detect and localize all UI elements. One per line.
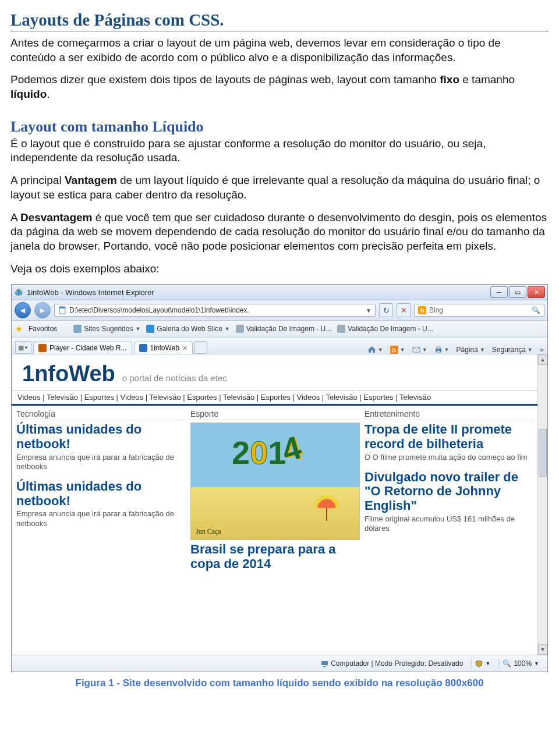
site-icon — [236, 325, 244, 333]
text: e tamanho — [459, 73, 515, 86]
search-box[interactable]: b Bing 🔍 — [414, 304, 544, 317]
paragraph-def: É o layout que é construído para se ajus… — [10, 137, 549, 165]
browser-statusbar: Computador | Modo Protegido: Desativado … — [12, 655, 547, 672]
scroll-up-icon[interactable]: ▲ — [538, 354, 547, 365]
chevron-down-icon: ▼ — [480, 347, 485, 353]
headline-link[interactable]: Brasil se prepara para a copa de 2014 — [190, 542, 359, 571]
feeds-button[interactable]: ▼ — [390, 346, 405, 354]
svg-rect-11 — [323, 666, 326, 667]
more-commands-icon[interactable]: » — [540, 345, 544, 354]
quick-tabs-button[interactable]: ▦ ▼ — [15, 341, 31, 354]
ie-icon — [14, 288, 23, 297]
paragraph-desvantagem: A Desvantagem é que você tem que ser cui… — [10, 211, 549, 254]
zoom-control[interactable]: 🔍 100% ▼ — [498, 658, 543, 669]
site-icon — [73, 325, 82, 333]
text: Podemos dizer que existem dois tipos de … — [10, 73, 440, 86]
site-header: 1nfoWeb o portal de notícias da etec — [12, 354, 537, 390]
vertical-scrollbar[interactable]: ▲ ▼ — [537, 354, 547, 655]
text-bold-liquido: líquido — [10, 88, 47, 100]
page-menu[interactable]: Página ▼ — [457, 346, 485, 354]
chevron-down-icon: ▼ — [534, 661, 539, 666]
column-esporte: Esporte 2014 Jun Caça Brasil se prepara … — [190, 409, 359, 571]
zoom-icon: 🔍 — [503, 659, 511, 668]
article-summary: Empresa anuncia que irá parar a fabricaç… — [16, 453, 185, 472]
fav-text: Validação De Imagem - U... — [348, 325, 433, 333]
menu-label: Página — [457, 346, 478, 354]
fav-link-sites-sugeridos[interactable]: Sites Sugeridos▼ — [73, 325, 140, 333]
chevron-down-icon: ▼ — [400, 347, 405, 353]
page-icon — [58, 306, 66, 314]
menu-label: Segurança — [492, 346, 526, 354]
home-button[interactable]: ▼ — [367, 345, 383, 354]
stop-button[interactable]: ✕ — [397, 303, 411, 317]
paragraph-vantagem: A principal Vantagem de um layout líquid… — [10, 173, 549, 202]
new-tab-button[interactable] — [194, 341, 207, 354]
browser-navbar: ◄ ► D:\etec\Diversos\modelosLayout\model… — [12, 300, 547, 321]
scroll-down-icon[interactable]: ▼ — [538, 644, 547, 655]
tab-label: Player - Cidade Web R... — [49, 344, 127, 352]
fav-link-validacao-1[interactable]: Validação De Imagem - U... — [236, 325, 332, 333]
paragraph-intro: Antes de começarmos a criar o layout de … — [10, 36, 549, 65]
site-nav-strip[interactable]: Videos | Televisão | Esportes | Videos |… — [12, 390, 537, 406]
paragraph-examples: Veja os dois exemplos abaixo: — [10, 262, 549, 276]
back-button[interactable]: ◄ — [15, 302, 31, 318]
text: . — [47, 88, 49, 100]
search-icon[interactable]: 🔍 — [532, 306, 540, 314]
safety-menu[interactable]: Segurança ▼ — [492, 346, 533, 354]
headline-link[interactable]: Últimas unidades do netbook! — [16, 423, 185, 451]
fav-link-validacao-2[interactable]: Validação De Imagem - U... — [337, 325, 433, 333]
chevron-down-icon: ▼ — [225, 326, 230, 332]
command-bar: ▼ ▼ ▼ ▼ Página ▼ Segurança ▼ » — [367, 345, 544, 354]
webpage-viewport: 1nfoWeb o portal de notícias da etec Vid… — [12, 354, 547, 655]
svg-rect-3 — [59, 307, 65, 308]
tab-label: 1infoWeb — [150, 344, 179, 352]
fav-link-galeria[interactable]: Galeria do Web Slice▼ — [146, 325, 229, 333]
address-text: D:\etec\Diversos\modelosLayout\modelo1\1… — [69, 306, 249, 314]
headline-link[interactable]: Tropa de elite II promete record de bilh… — [365, 423, 533, 451]
status-text: Computador | Modo Protegido: Desativado — [331, 659, 463, 668]
column-header: Esporte — [190, 409, 359, 420]
site-logo[interactable]: 1nfoWeb — [22, 361, 115, 386]
site-tagline: o portal de notícias da etec — [122, 373, 227, 383]
column-entretenimento: Entretenimento Tropa de elite II promete… — [365, 409, 533, 571]
zoom-value: 100% — [514, 659, 532, 668]
svg-rect-8 — [437, 347, 440, 349]
article-image[interactable]: 2014 Jun Caça — [190, 423, 360, 540]
headline-link[interactable]: Divulgado novo trailer de "O Retorno de … — [365, 470, 533, 513]
browser-window: 1infoWeb - Windows Internet Explorer ─ ▭… — [11, 284, 548, 672]
read-mail-button[interactable]: ▼ — [412, 346, 427, 354]
forward-button[interactable]: ► — [34, 302, 51, 318]
headline-link[interactable]: Últimas unidades do netbook! — [16, 480, 185, 508]
text-bold-vantagem: Vantagem — [65, 174, 117, 186]
article-summary: Empresa anuncia que irá parar a fabricaç… — [16, 509, 185, 528]
window-titlebar: 1infoWeb - Windows Internet Explorer ─ ▭… — [12, 285, 547, 300]
status-protected-mode: Computador | Modo Protegido: Desativado — [317, 658, 466, 669]
tab-1infoweb[interactable]: 1infoWeb ✕ — [134, 342, 193, 354]
svg-rect-10 — [321, 661, 328, 665]
tab-bar: ▦ ▼ Player - Cidade Web R... 1infoWeb ✕ … — [12, 338, 547, 354]
address-bar[interactable]: D:\etec\Diversos\modelosLayout\modelo1\1… — [54, 304, 376, 317]
window-close-button[interactable]: ✕ — [528, 286, 545, 298]
tab-icon — [38, 344, 47, 352]
chevron-down-icon: ▼ — [378, 347, 383, 353]
window-minimize-button[interactable]: ─ — [490, 286, 508, 298]
computer-icon — [321, 660, 328, 668]
chevron-down-icon: ▼ — [135, 326, 140, 332]
tab-icon — [139, 344, 147, 352]
fav-text: Galeria do Web Slice — [157, 325, 222, 333]
status-zone[interactable]: ▼ — [471, 658, 494, 669]
address-dropdown-icon[interactable]: ▼ — [363, 307, 372, 314]
svg-rect-9 — [437, 351, 440, 353]
chevron-down-icon: ▼ — [485, 661, 490, 666]
bing-icon: b — [418, 306, 426, 314]
print-button[interactable]: ▼ — [434, 346, 450, 354]
refresh-button[interactable]: ↻ — [379, 303, 393, 317]
scroll-thumb[interactable] — [539, 429, 547, 477]
site-icon — [146, 325, 154, 333]
tab-player[interactable]: Player - Cidade Web R... — [33, 342, 132, 354]
column-tecnologia: Tecnologia Últimas unidades do netbook! … — [16, 409, 185, 571]
search-placeholder: Bing — [429, 306, 443, 314]
favorites-star-icon[interactable]: ★ — [15, 324, 23, 333]
tab-close-icon[interactable]: ✕ — [182, 345, 187, 352]
window-maximize-button[interactable]: ▭ — [509, 286, 526, 298]
